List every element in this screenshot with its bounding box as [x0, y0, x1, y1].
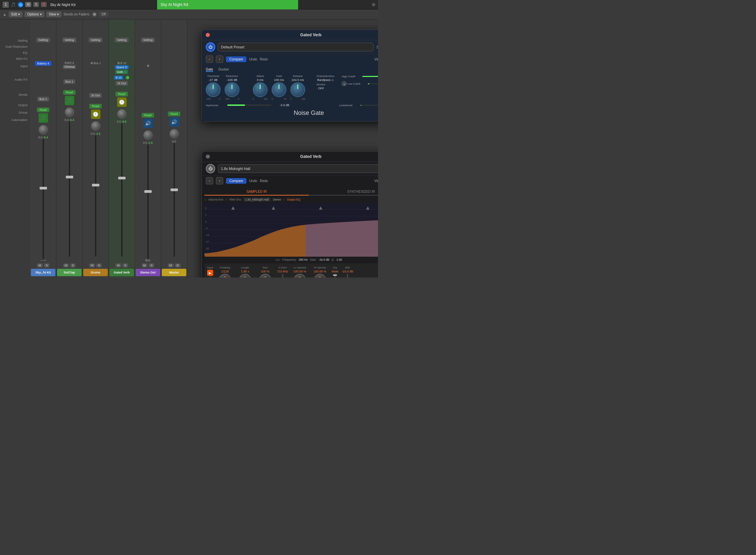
highcutoff-slider[interactable] — [362, 76, 378, 77]
sd-size-knob[interactable] — [259, 274, 271, 278]
fader-track-sky[interactable] — [43, 139, 44, 259]
pan-master[interactable] — [170, 129, 179, 138]
channel-name-stereo[interactable]: Stereo Out — [136, 269, 160, 276]
mute-button[interactable]: M — [25, 2, 31, 7]
undo-button[interactable]: Undo — [249, 57, 257, 61]
fader-handle-drums[interactable] — [92, 184, 99, 186]
synthesized-ir-tab[interactable]: SYNTHESIZED IR — [309, 188, 378, 196]
audiofx-gate-2[interactable]: Gate ← — [115, 70, 128, 74]
sd-dry-handle[interactable] — [333, 274, 337, 276]
solo-button[interactable]: S — [33, 2, 39, 7]
mute-drums[interactable]: M — [89, 263, 95, 267]
output-gate[interactable]: St Out — [115, 81, 128, 86]
close-btn-sd[interactable] — [206, 155, 210, 159]
sd-preset[interactable]: 1.8s Midnight Hall — [218, 164, 378, 173]
noise-gate-power[interactable]: ⏻ — [206, 42, 215, 52]
sd-nav-back[interactable]: ‹ — [206, 177, 213, 184]
sd-redo-button[interactable]: Redo — [260, 179, 268, 183]
sd-length-knob[interactable] — [239, 274, 251, 278]
sd-dry-fader[interactable] — [334, 274, 336, 278]
pan-sky[interactable] — [39, 125, 48, 134]
automation-gate[interactable]: Read — [115, 92, 128, 96]
fader-handle-master[interactable] — [171, 188, 178, 191]
solo-sky[interactable]: S — [44, 263, 49, 267]
sd-output-eq-label[interactable]: Output EQ — [287, 198, 300, 201]
channel-name-sky[interactable]: Sky...ht Kit — [31, 269, 55, 276]
setting-btn-sky[interactable]: Setting — [36, 38, 50, 42]
sd-nav-forward[interactable]: › — [216, 177, 223, 184]
reduction-knob[interactable] — [225, 82, 239, 97]
channel-name-gate[interactable]: Gated Verb — [109, 269, 134, 276]
release-knob[interactable] — [290, 82, 305, 97]
sd-output-eq-power[interactable]: ○ — [283, 198, 285, 201]
edit-button[interactable]: Edit ▾ — [9, 11, 22, 17]
nav-back[interactable]: ‹ — [206, 55, 213, 63]
noise-gate-preset[interactable]: Default Preset — [218, 43, 374, 51]
arrow-up-icon[interactable]: ▲ — [3, 12, 7, 17]
automation-sky[interactable]: Read — [37, 108, 50, 112]
pan-stereo[interactable] — [143, 130, 153, 140]
pan-gate[interactable] — [117, 109, 127, 119]
close-button[interactable] — [206, 33, 210, 37]
pan-sn[interactable] — [65, 108, 74, 117]
output-sn[interactable]: Bus 1 — [63, 79, 75, 84]
sd-hispread-knob[interactable] — [314, 274, 326, 278]
hold-knob[interactable] — [272, 82, 286, 97]
sd-input-fader[interactable] — [209, 276, 211, 278]
automation-master[interactable]: Read — [168, 112, 181, 116]
sd-compare-button[interactable]: Compare — [226, 178, 246, 184]
solo-gate[interactable]: S — [123, 263, 128, 267]
solo-drums[interactable]: S — [96, 263, 102, 267]
sd-power[interactable]: ⏻ — [206, 164, 215, 173]
sd-filter-env-power[interactable]: ○ — [226, 198, 227, 201]
mute-stereo[interactable]: M — [142, 263, 148, 267]
setting-btn-stereo[interactable]: Setting — [141, 38, 154, 42]
off-button[interactable]: Off — [99, 12, 108, 17]
fader-handle-stereo[interactable] — [144, 190, 152, 193]
options-button[interactable]: Options ▾ — [25, 11, 44, 17]
fader-handle-gate[interactable] — [118, 177, 126, 179]
pan-drums[interactable] — [91, 121, 100, 131]
setting-btn-drums[interactable]: Setting — [89, 38, 102, 42]
mute-sn[interactable]: M — [63, 263, 69, 267]
lowcutoff-power[interactable]: ⏻ — [342, 81, 346, 86]
view-button[interactable]: View ▾ — [46, 11, 62, 17]
input-sky[interactable]: Battery 4 — [35, 61, 51, 66]
solo-master[interactable]: D — [175, 263, 181, 267]
output-drums[interactable]: St Out — [89, 93, 102, 98]
redo-button[interactable]: Redo — [260, 57, 268, 61]
fader-track-gate[interactable] — [121, 123, 123, 257]
sd-xover-fader[interactable] — [282, 274, 283, 278]
nav-forward[interactable]: › — [216, 55, 223, 63]
solo-stereo[interactable]: S — [149, 263, 154, 267]
attack-knob[interactable] — [253, 82, 268, 97]
sd-predelay-knob[interactable] — [219, 274, 231, 278]
sampled-ir-tab[interactable]: SAMPLED IR — [204, 188, 309, 196]
sd-ir-filename[interactable]: 1.8s_Midnight Hall — [243, 198, 271, 202]
fader-handle-sky[interactable] — [40, 187, 47, 189]
power-button[interactable]: ⏻ — [18, 2, 23, 7]
mute-sky[interactable]: M — [37, 263, 43, 267]
setting-btn-gate[interactable]: Setting — [115, 38, 128, 42]
ducker-tab[interactable]: Ducker — [219, 68, 229, 72]
fader-track-stereo[interactable] — [147, 144, 149, 259]
channel-name-sn[interactable]: Sn/Clap — [57, 269, 82, 276]
mute-master[interactable]: M — [168, 263, 174, 267]
gate-tab[interactable]: Gate — [206, 68, 213, 72]
hysteresis-slider[interactable] — [227, 104, 272, 106]
audiofx-sn[interactable]: Chroma — [63, 65, 76, 69]
solo-sn[interactable]: S — [70, 263, 76, 267]
characteristics-value[interactable]: Bandpass ◇ — [317, 78, 334, 82]
setting-btn-sn[interactable]: Setting — [62, 38, 76, 42]
record-button[interactable]: R — [41, 2, 47, 7]
threshold-knob[interactable] — [206, 82, 221, 97]
fader-track-drums[interactable] — [95, 135, 96, 257]
channel-name-drums[interactable]: Drums — [83, 269, 108, 276]
sd-vol-env-power[interactable]: ○ — [204, 198, 206, 201]
fader-handle-sn[interactable] — [66, 176, 73, 178]
compare-button[interactable]: Compare — [226, 56, 246, 62]
fader-track-master[interactable] — [174, 143, 175, 257]
lowcutoff-slider[interactable] — [368, 83, 378, 84]
sends-toggle[interactable]: ⏻ — [92, 12, 97, 17]
automation-drums[interactable]: Read — [89, 104, 102, 109]
